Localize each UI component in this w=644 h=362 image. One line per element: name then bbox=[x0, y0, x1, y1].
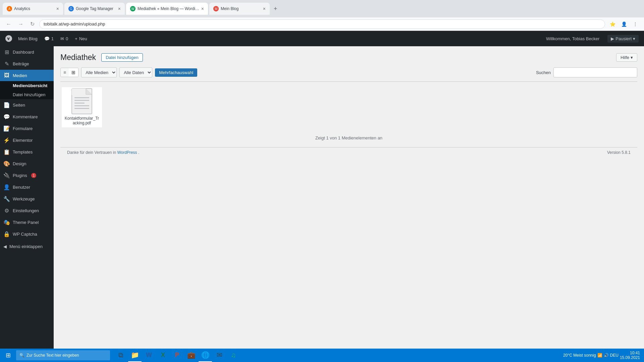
einstellungen-icon: ⚙ bbox=[3, 207, 10, 214]
taskbar-app-taskview[interactable]: ⧉ bbox=[114, 349, 127, 362]
back-button[interactable]: ← bbox=[4, 20, 13, 28]
collapse-label: Menü einklappen bbox=[9, 244, 43, 249]
sidebar-collapse[interactable]: ◀ Menü einklappen bbox=[0, 240, 54, 253]
sidebar-item-templates[interactable]: 📋 Templates bbox=[0, 146, 54, 158]
taskbar-app-explorer[interactable]: 📁 bbox=[128, 349, 142, 362]
adminbar-messages[interactable]: ✉ 0 bbox=[57, 31, 71, 46]
comment-icon: 💬 bbox=[44, 36, 50, 41]
sidebar-item-dashboard[interactable]: ⊞ Dashboard bbox=[0, 46, 54, 58]
footer-wordpress-link[interactable]: WordPress bbox=[117, 150, 137, 155]
tab-analytics[interactable]: A Analytics × bbox=[3, 3, 63, 15]
extensions-icon[interactable]: ⭐ bbox=[608, 19, 617, 29]
settings-icon[interactable]: ⋮ bbox=[631, 19, 640, 29]
new-tab-button[interactable]: + bbox=[271, 4, 280, 14]
kommentare-icon: 💬 bbox=[3, 114, 10, 120]
multiselect-button[interactable]: Mehrfachauswahl bbox=[155, 68, 197, 77]
sidebar-label-einstellungen: Einstellungen bbox=[13, 208, 39, 213]
search-label: Suchen bbox=[536, 70, 551, 75]
tab-mediathek[interactable]: W Mediathek « Mein Blog — Wordi… × bbox=[126, 3, 208, 15]
footer-version: Version 5.8.1 bbox=[607, 150, 631, 155]
sidebar-item-medien[interactable]: 🖼 Medien bbox=[0, 70, 54, 81]
adminbar-comments[interactable]: 💬 1 bbox=[41, 31, 57, 46]
sidebar-item-werkzeuge[interactable]: 🔧 Werkzeuge bbox=[0, 193, 54, 205]
sidebar-sub-item-medienuebersicht[interactable]: Medienübersicht bbox=[0, 81, 54, 90]
address-bar[interactable]: tobitalk.at/wp-admin/upload.php bbox=[39, 19, 605, 29]
formulare-icon: 📝 bbox=[3, 125, 10, 132]
add-file-button[interactable]: Datei hinzufügen bbox=[101, 53, 143, 62]
design-icon: 🎨 bbox=[3, 161, 10, 167]
browser-toolbar-icons: ⭐ 👤 ⋮ bbox=[608, 19, 640, 29]
profile-icon[interactable]: 👤 bbox=[619, 19, 629, 29]
grid-view-button[interactable]: ⊞ bbox=[69, 68, 78, 77]
sidebar-item-wp-captcha[interactable]: 🔒 WP Captcha bbox=[0, 228, 54, 240]
wp-logo[interactable] bbox=[3, 33, 15, 45]
browser-toolbar: ← → ↻ tobitalk.at/wp-admin/upload.php ⭐ … bbox=[0, 17, 644, 31]
taskbar-app-excel[interactable]: X bbox=[156, 349, 170, 362]
taskbar-app-mail[interactable]: ✉ bbox=[213, 349, 226, 362]
tab-close-mediathek[interactable]: × bbox=[201, 6, 204, 11]
adminbar-paused[interactable]: ▶ Pausiert ▾ bbox=[605, 31, 641, 46]
help-label: Hilfe bbox=[621, 55, 629, 60]
svg-rect-2 bbox=[74, 97, 89, 98]
sidebar-item-theme-panel[interactable]: 🎭 Theme Panel bbox=[0, 217, 54, 228]
media-toolbar: ≡ ⊞ Alle Medien Alle Daten Mehrfachauswa… bbox=[60, 67, 637, 82]
volume-icon[interactable]: 🔊 bbox=[604, 353, 609, 358]
sidebar-item-plugins[interactable]: 🔌 Plugins 1 bbox=[0, 170, 54, 181]
media-filename: Kontaktformular_Tracking.pdf bbox=[63, 115, 101, 127]
taskbar-app-teams[interactable]: 💼 bbox=[184, 349, 198, 362]
list-view-button[interactable]: ≡ bbox=[61, 68, 69, 77]
adminbar-sitename[interactable]: Mein Blog bbox=[15, 31, 41, 46]
sidebar-item-einstellungen[interactable]: ⚙ Einstellungen bbox=[0, 205, 54, 217]
sidebar-item-design[interactable]: 🎨 Design bbox=[0, 158, 54, 170]
tab-favicon-analytics: A bbox=[7, 6, 12, 11]
wp-logo-icon bbox=[5, 35, 13, 43]
language-label: DEU bbox=[610, 353, 619, 358]
media-item-pdf[interactable]: Kontaktformular_Tracking.pdf bbox=[62, 87, 102, 127]
sidebar-item-elementor[interactable]: ⚡ Elementor bbox=[0, 134, 54, 146]
media-type-filter[interactable]: Alle Medien bbox=[81, 67, 117, 77]
benutzer-icon: 👤 bbox=[3, 184, 10, 190]
forward-button[interactable]: → bbox=[16, 20, 25, 28]
view-buttons: ≡ ⊞ bbox=[60, 68, 78, 77]
sidebar-label-dashboard: Dashboard bbox=[13, 50, 34, 55]
sidebar-label-design: Design bbox=[13, 161, 26, 166]
sidebar-item-benutzer[interactable]: 👤 Benutzer bbox=[0, 181, 54, 193]
help-button[interactable]: Hilfe ▾ bbox=[616, 53, 637, 62]
start-button[interactable]: ⊞ bbox=[1, 349, 15, 362]
elementor-icon: ⚡ bbox=[3, 137, 10, 143]
tab-close-meinblog[interactable]: × bbox=[263, 6, 266, 11]
sidebar-sub-item-datei[interactable]: Datei hinzufügen bbox=[0, 90, 54, 99]
tab-favicon-gtm: G bbox=[68, 6, 74, 11]
taskbar: ⊞ 🔍 Zur Suche Text hier eingeben ⧉ 📁 W X… bbox=[0, 349, 644, 362]
tab-gtm[interactable]: G Google Tag Manager × bbox=[64, 3, 125, 15]
adminbar-new[interactable]: + Neu bbox=[71, 31, 90, 46]
taskbar-app-chrome[interactable]: 🌐 bbox=[199, 349, 212, 362]
wp-body: ⊞ Dashboard ✎ Beiträge 🖼 Medien Medienüb… bbox=[0, 46, 644, 362]
datei-hinzufuegen-label: Datei hinzufügen bbox=[13, 92, 46, 97]
seiten-icon: 📄 bbox=[3, 102, 10, 108]
tab-meinblog[interactable]: M Mein Blog × bbox=[209, 3, 270, 15]
sidebar-item-beitraege[interactable]: ✎ Beiträge bbox=[0, 58, 54, 70]
tab-close-analytics[interactable]: × bbox=[56, 6, 59, 11]
paused-btn: ▶ Pausiert ▾ bbox=[607, 35, 639, 43]
date-filter[interactable]: Alle Daten bbox=[119, 67, 152, 77]
sidebar-label-plugins: Plugins bbox=[13, 173, 27, 178]
sidebar-item-formulare[interactable]: 📝 Formulare bbox=[0, 123, 54, 134]
templates-icon: 📋 bbox=[3, 149, 10, 155]
taskbar-app-powerpoint[interactable]: P bbox=[170, 349, 184, 362]
wp-captcha-icon: 🔒 bbox=[3, 231, 10, 237]
svg-rect-5 bbox=[74, 105, 89, 106]
taskbar-apps: ⧉ 📁 W X P 💼 🌐 ✉ ♫ bbox=[114, 349, 240, 362]
taskbar-search-bar[interactable]: 🔍 Zur Suche Text hier eingeben bbox=[16, 350, 110, 360]
search-input[interactable] bbox=[553, 67, 637, 77]
dashboard-icon: ⊞ bbox=[3, 49, 10, 55]
sidebar-label-werkzeuge: Werkzeuge bbox=[13, 196, 35, 201]
taskbar-app-word[interactable]: W bbox=[142, 349, 156, 362]
sidebar-item-kommentare[interactable]: 💬 Kommentare bbox=[0, 111, 54, 123]
tab-close-gtm[interactable]: × bbox=[118, 6, 121, 11]
adminbar-welcome[interactable]: Willkommen, Tobias Becker bbox=[543, 31, 602, 46]
taskbar-app-spotify[interactable]: ♫ bbox=[227, 349, 240, 362]
sidebar-item-seiten[interactable]: 📄 Seiten bbox=[0, 99, 54, 111]
refresh-button[interactable]: ↻ bbox=[28, 19, 37, 28]
wifi-icon[interactable]: 📶 bbox=[597, 353, 602, 358]
